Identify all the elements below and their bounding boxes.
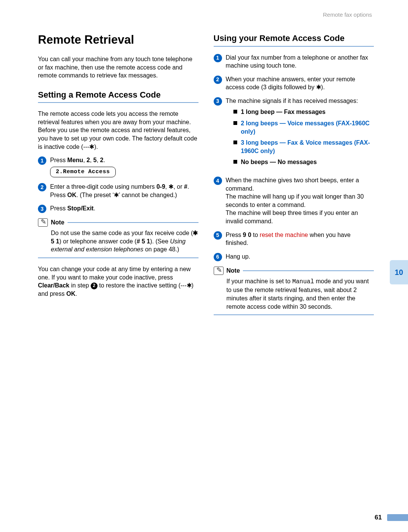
text: , (165, 183, 169, 190)
key-label: Menu (67, 157, 83, 163)
key-label: 2 (87, 157, 90, 163)
key-label: 9 0 (243, 232, 251, 238)
note-block: Note Do not use the same code as your fa… (38, 218, 198, 258)
text: . (104, 157, 105, 163)
step-badge: 5 (214, 231, 222, 240)
note-icon (214, 267, 224, 275)
star-icon: ✱ (89, 144, 94, 150)
key-label: Clear/Back (38, 282, 69, 289)
step-body: Hang up. (226, 253, 374, 261)
key-label: 5 (93, 157, 97, 163)
key-label: 2 (100, 157, 104, 163)
list-item: 3 long beeps — Fax & Voice messages (FAX… (233, 139, 374, 155)
text: in step (69, 282, 91, 289)
step-3: 3 Press Stop/Exit. (38, 204, 198, 213)
footer-bar-icon (387, 514, 408, 521)
step-5: 5 Press 9 0 to reset the machine when yo… (214, 231, 374, 247)
text: to restore the inactive setting (--- (98, 282, 187, 289)
step-badge: 2 (214, 76, 222, 84)
text: The machine will beep three times if you… (226, 210, 358, 224)
step-2: 2 When your machine answers, enter your … (214, 75, 374, 92)
text: on page 48.) (143, 246, 179, 253)
note-rule (243, 270, 374, 271)
right-column: Using your Remote Access Code 1 Dial you… (214, 33, 374, 322)
text: Enter a three-digit code using numbers (50, 183, 156, 190)
text: 2 long beeps — Voice messages (FAX-1960C… (241, 119, 374, 136)
key-label: # (184, 183, 187, 190)
subsection-heading: Setting a Remote Access Code (38, 90, 198, 103)
text: 1 long beep — Fax messages (241, 108, 326, 116)
step-reference-badge: 2 (91, 283, 98, 289)
star-icon: ✱ (114, 192, 119, 198)
chapter-tab: 10 (390, 260, 408, 284)
text: The machine will hang up if you wait lon… (226, 193, 364, 208)
step-1: 1 Press Menu, 2, 5, 2. 2.Remote Access (38, 156, 198, 177)
step-body: Enter a three-digit code using numbers 0… (50, 183, 198, 199)
star-icon: ✱ (316, 84, 321, 90)
step-body: Dial your fax number from a telephone or… (226, 54, 374, 70)
subsection-heading: Using your Remote Access Code (214, 33, 374, 47)
intro-paragraph: You can call your machine from any touch… (38, 55, 198, 80)
text: Do not use the same code as your fax rec… (51, 230, 193, 236)
step-badge: 2 (38, 183, 46, 191)
page-footer: 61 (375, 514, 408, 521)
text: , or (173, 183, 184, 190)
step-badge: 3 (38, 205, 46, 213)
text: , (83, 157, 87, 163)
step-body: When the machine gives two short beeps, … (226, 176, 374, 226)
step-badge: 1 (38, 156, 46, 165)
text: When your machine answers, enter your re… (226, 76, 355, 91)
code: # 5 1 (137, 238, 150, 245)
body-paragraph: You can change your code at any time by … (38, 265, 198, 298)
note-icon (38, 218, 48, 227)
note-header: Note (214, 267, 374, 275)
list-item: 1 long beep — Fax messages (233, 108, 374, 116)
text: . (94, 205, 95, 212)
note-body: If your machine is set to Manual mode an… (214, 277, 374, 311)
step-body: The machine signals if it has received m… (226, 97, 374, 171)
square-bullet-icon (233, 140, 237, 144)
step-4: 4 When the machine gives two short beeps… (214, 176, 374, 226)
step-body: When your machine answers, enter your re… (226, 75, 374, 92)
list-item: No beeps — No messages (233, 158, 374, 166)
list-item: 2 long beeps — Voice messages (FAX-1960C… (233, 119, 374, 136)
key-label: OK (66, 290, 76, 297)
body-paragraph: The remote access code lets you access t… (38, 110, 198, 151)
text: The machine signals if it has received m… (226, 98, 358, 104)
star-icon: ✱ (169, 183, 173, 190)
step-2: 2 Enter a three-digit code using numbers… (38, 183, 198, 199)
step-3: 3 The machine signals if it has received… (214, 97, 374, 171)
step-badge: 1 (214, 54, 222, 62)
warning-text: reset the machine (260, 232, 308, 238)
note-label: Note (51, 218, 65, 227)
note-rule (38, 257, 198, 258)
note-header: Note (38, 218, 198, 227)
text: When the machine gives two short beeps, … (226, 177, 359, 192)
key-label: OK (67, 192, 76, 198)
left-column: Remote Retrieval You can call your machi… (38, 33, 198, 322)
key-label: Stop/Exit (67, 205, 93, 212)
note-body: Do not use the same code as your fax rec… (38, 229, 198, 254)
text: , (90, 157, 93, 163)
text: , (97, 157, 100, 163)
text: ). (94, 144, 98, 150)
step-body: Press 9 0 to reset the machine when you … (226, 231, 374, 247)
main-columns: Remote Retrieval You can call your machi… (38, 33, 374, 322)
text: ’ cannot be changed.) (119, 192, 177, 198)
square-bullet-icon (233, 160, 237, 164)
step-badge: 6 (214, 253, 222, 261)
step-body: Press Stop/Exit. (50, 204, 198, 213)
text: No beeps — No messages (241, 158, 317, 166)
note-rule (68, 222, 198, 223)
text: You can change your code at any time by … (38, 266, 191, 281)
breadcrumb: Remote fax options (38, 11, 374, 18)
text: 3 long beeps — Fax & Voice messages (FAX… (241, 139, 374, 155)
text: The remote access code lets you access t… (38, 111, 197, 150)
square-bullet-icon (233, 121, 237, 125)
note-block: Note If your machine is set to Manual mo… (214, 267, 374, 315)
star-icon: ✱ (187, 282, 192, 289)
step-6: 6 Hang up. (214, 253, 374, 261)
text: ). (See (150, 238, 170, 245)
lcd-display: 2.Remote Access (50, 167, 116, 177)
page-number: 61 (375, 514, 382, 521)
